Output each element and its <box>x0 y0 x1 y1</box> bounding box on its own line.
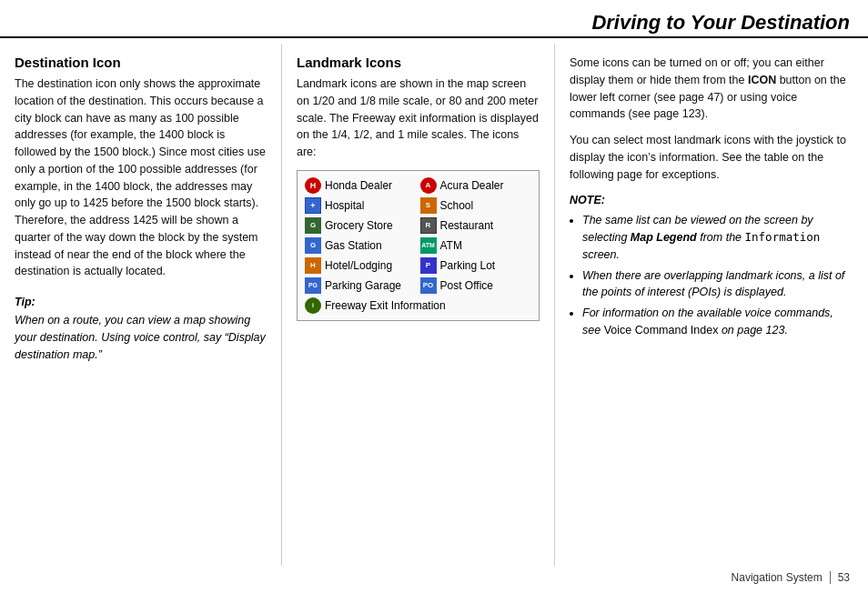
list-item: ATM ATM <box>420 236 532 255</box>
grocery-store-icon: G <box>305 217 321 234</box>
list-item: H Hotel/Lodging <box>305 256 417 275</box>
gas-station-label: Gas Station <box>325 239 382 252</box>
gas-station-icon: G <box>305 237 321 254</box>
middle-column: Landmark Icons Landmark icons are shown … <box>282 44 555 566</box>
honda-dealer-icon: H <box>305 177 321 194</box>
list-item: H Honda Dealer <box>305 176 417 195</box>
restaurant-label: Restaurant <box>440 219 494 232</box>
post-office-icon: PO <box>420 277 437 294</box>
right-para1: Some icons can be turned on or off; you … <box>570 55 853 123</box>
list-item: The same list can be viewed on the scree… <box>582 212 853 263</box>
destination-icon-body: The destination icon only shows the appr… <box>15 75 267 280</box>
tip-label: Tip: <box>15 296 35 308</box>
right-para2: You can select most landmark icons with … <box>570 132 853 183</box>
hospital-label: Hospital <box>325 199 364 212</box>
list-item: When there are overlapping landmark icon… <box>582 267 853 302</box>
list-item: + Hospital <box>305 196 417 215</box>
list-item: G Gas Station <box>305 236 417 255</box>
school-icon: S <box>420 197 437 214</box>
note-bullets: The same list can be viewed on the scree… <box>570 212 853 338</box>
list-item: S School <box>420 196 532 215</box>
page-title: Driving to Your Destination <box>591 11 850 35</box>
atm-icon: ATM <box>420 237 437 254</box>
acura-dealer-icon: A <box>420 177 437 194</box>
landmark-icons-title: Landmark Icons <box>297 55 540 70</box>
parking-garage-label: Parking Garage <box>325 279 401 292</box>
list-item: R Restaurant <box>420 216 532 235</box>
list-item: i Freeway Exit Information <box>305 296 531 315</box>
tip-text: When on a route, you can view a map show… <box>15 312 267 363</box>
list-item: PG Parking Garage <box>305 276 417 295</box>
footer-divider <box>830 571 831 584</box>
list-item: P Parking Lot <box>420 256 532 275</box>
hotel-icon: H <box>305 257 321 274</box>
hotel-label: Hotel/Lodging <box>325 259 392 272</box>
footer-page-number: 53 <box>838 571 850 584</box>
atm-label: ATM <box>440 239 462 252</box>
destination-icon-title: Destination Icon <box>15 55 267 70</box>
post-office-label: Post Office <box>440 279 493 292</box>
landmark-icon-box: H Honda Dealer A Acura Dealer <box>297 170 540 321</box>
footer-brand: Navigation System <box>732 571 823 584</box>
grocery-store-label: Grocery Store <box>325 219 393 232</box>
honda-dealer-label: Honda Dealer <box>325 179 392 192</box>
list-item: PO Post Office <box>420 276 532 295</box>
parking-garage-icon: PG <box>305 277 321 294</box>
main-content: Destination Icon The destination icon on… <box>0 44 868 566</box>
freeway-label: Freeway Exit Information <box>325 299 446 312</box>
list-item: G Grocery Store <box>305 216 417 235</box>
acura-dealer-label: Acura Dealer <box>440 179 504 192</box>
list-item: A Acura Dealer <box>420 176 532 195</box>
landmark-grid: H Honda Dealer A Acura Dealer <box>305 176 531 315</box>
restaurant-icon: R <box>420 217 437 234</box>
left-column: Destination Icon The destination icon on… <box>0 44 282 566</box>
note-label: NOTE: <box>570 194 853 206</box>
list-item: For information on the available voice c… <box>582 305 853 339</box>
page-footer: Navigation System 53 <box>732 571 850 584</box>
parking-lot-icon: P <box>420 257 437 274</box>
school-label: School <box>440 199 474 212</box>
right-column: Some icons can be turned on or off; you … <box>555 44 868 566</box>
top-divider <box>0 36 868 38</box>
freeway-icon: i <box>305 297 321 314</box>
parking-lot-label: Parking Lot <box>440 259 496 272</box>
landmark-intro: Landmark icons are shown in the map scre… <box>297 75 540 161</box>
page-container: Driving to Your Destination Destination … <box>0 0 868 593</box>
hospital-icon: + <box>305 197 321 214</box>
